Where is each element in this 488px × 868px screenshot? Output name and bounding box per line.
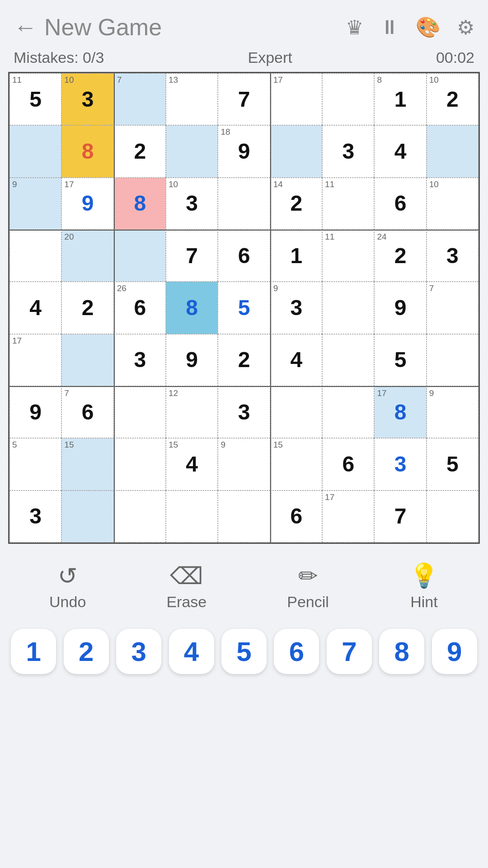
cell-r1c5[interactable]: 7 bbox=[218, 73, 270, 125]
cell-r4c8[interactable]: 242 bbox=[374, 230, 426, 282]
cell-r4c9[interactable]: 3 bbox=[427, 230, 479, 282]
cell-r6c2[interactable] bbox=[61, 334, 113, 386]
palette-icon[interactable]: 🎨 bbox=[416, 15, 441, 39]
num-btn-8[interactable]: 8 bbox=[379, 629, 424, 674]
cell-r2c8[interactable]: 4 bbox=[374, 125, 426, 177]
cell-r5c2[interactable]: 2 bbox=[61, 282, 113, 334]
cell-r8c7[interactable]: 6 bbox=[322, 438, 374, 490]
cell-r8c9[interactable]: 5 bbox=[427, 438, 479, 490]
cell-r4c5[interactable]: 6 bbox=[218, 230, 270, 282]
cell-r9c4[interactable] bbox=[166, 491, 218, 542]
cell-r4c2[interactable]: 20 bbox=[61, 230, 113, 282]
cell-r9c8[interactable]: 7 bbox=[374, 491, 426, 542]
cell-r6c6[interactable]: 4 bbox=[270, 334, 322, 386]
cell-r8c8[interactable]: 3 bbox=[374, 438, 426, 490]
num-btn-3[interactable]: 3 bbox=[116, 629, 161, 674]
num-btn-2[interactable]: 2 bbox=[64, 629, 109, 674]
cell-r7c8[interactable]: 178 bbox=[374, 386, 426, 438]
cell-r1c8[interactable]: 81 bbox=[374, 73, 426, 125]
cell-r2c6[interactable] bbox=[270, 125, 322, 177]
cell-r6c4[interactable]: 9 bbox=[166, 334, 218, 386]
cell-r6c8[interactable]: 5 bbox=[374, 334, 426, 386]
mistakes-label: Mistakes: 0/3 bbox=[14, 49, 104, 66]
cell-r4c4[interactable]: 7 bbox=[166, 230, 218, 282]
cell-r7c9[interactable]: 9 bbox=[427, 386, 479, 438]
num-btn-7[interactable]: 7 bbox=[327, 629, 372, 674]
num-btn-5[interactable]: 5 bbox=[221, 629, 267, 674]
pause-icon[interactable]: ⏸ bbox=[380, 16, 399, 38]
cell-r5c5[interactable]: 5 bbox=[218, 282, 270, 334]
cell-r2c4[interactable] bbox=[166, 125, 218, 177]
crown-icon[interactable]: ♛ bbox=[346, 16, 363, 39]
cell-r7c3[interactable] bbox=[114, 386, 166, 438]
cell-r1c1[interactable]: 115 bbox=[9, 73, 61, 125]
cell-r5c7[interactable] bbox=[322, 282, 374, 334]
cell-r9c6[interactable]: 6 bbox=[270, 491, 322, 542]
cell-r9c3[interactable] bbox=[114, 491, 166, 542]
cell-r2c5[interactable]: 189 bbox=[218, 125, 270, 177]
cell-r5c1[interactable]: 4 bbox=[9, 282, 61, 334]
cell-r1c4[interactable]: 13 bbox=[166, 73, 218, 125]
cell-r3c8[interactable]: 6 bbox=[374, 178, 426, 230]
cell-r4c7[interactable]: 11 bbox=[322, 230, 374, 282]
cell-r1c9[interactable]: 102 bbox=[427, 73, 479, 125]
cell-r5c3[interactable]: 266 bbox=[114, 282, 166, 334]
back-button[interactable]: ← bbox=[14, 14, 37, 41]
cell-r7c1[interactable]: 9 bbox=[9, 386, 61, 438]
cell-r8c6[interactable]: 15 bbox=[270, 438, 322, 490]
cell-r8c4[interactable]: 154 bbox=[166, 438, 218, 490]
cell-r2c9[interactable] bbox=[427, 125, 479, 177]
cell-r8c3[interactable] bbox=[114, 438, 166, 490]
cell-r9c9[interactable] bbox=[427, 491, 479, 542]
cell-r9c2[interactable] bbox=[61, 491, 113, 542]
cell-r8c1[interactable]: 5 bbox=[9, 438, 61, 490]
cell-r2c2[interactable]: 8 bbox=[61, 125, 113, 177]
cell-r5c4[interactable]: 8 bbox=[166, 282, 218, 334]
cell-r8c5[interactable]: 9 bbox=[218, 438, 270, 490]
pencil-button[interactable]: ✏ Pencil bbox=[287, 562, 329, 611]
cell-r3c7[interactable]: 11 bbox=[322, 178, 374, 230]
cell-r6c5[interactable]: 2 bbox=[218, 334, 270, 386]
cell-r5c6[interactable]: 93 bbox=[270, 282, 322, 334]
cell-r5c9[interactable]: 7 bbox=[427, 282, 479, 334]
settings-icon[interactable]: ⚙ bbox=[457, 16, 474, 39]
hint-button[interactable]: 💡 Hint bbox=[409, 562, 439, 611]
num-btn-4[interactable]: 4 bbox=[169, 629, 214, 674]
cell-r2c7[interactable]: 3 bbox=[322, 125, 374, 177]
cell-r9c5[interactable] bbox=[218, 491, 270, 542]
erase-button[interactable]: ⌫ Erase bbox=[166, 562, 206, 611]
cell-r4c1[interactable] bbox=[9, 230, 61, 282]
cell-r9c1[interactable]: 3 bbox=[9, 491, 61, 542]
num-btn-1[interactable]: 1 bbox=[11, 629, 56, 674]
cell-r2c1[interactable] bbox=[9, 125, 61, 177]
cell-r1c6[interactable]: 17 bbox=[270, 73, 322, 125]
cell-r4c3[interactable] bbox=[114, 230, 166, 282]
num-btn-9[interactable]: 9 bbox=[432, 629, 477, 674]
cell-r6c7[interactable] bbox=[322, 334, 374, 386]
cell-r6c9[interactable] bbox=[427, 334, 479, 386]
cell-r1c2[interactable]: 103 bbox=[61, 73, 113, 125]
cell-r2c3[interactable]: 2 bbox=[114, 125, 166, 177]
cell-r6c1[interactable]: 17 bbox=[9, 334, 61, 386]
cell-r3c5[interactable] bbox=[218, 178, 270, 230]
cell-r7c5[interactable]: 3 bbox=[218, 386, 270, 438]
cell-r1c7[interactable] bbox=[322, 73, 374, 125]
cell-r3c9[interactable]: 10 bbox=[427, 178, 479, 230]
undo-button[interactable]: ↺ Undo bbox=[49, 562, 86, 611]
cell-r7c7[interactable] bbox=[322, 386, 374, 438]
cell-r9c7[interactable]: 17 bbox=[322, 491, 374, 542]
cell-r4c6[interactable]: 1 bbox=[270, 230, 322, 282]
cell-r1c3[interactable]: 7 bbox=[114, 73, 166, 125]
cell-r3c1[interactable]: 9 bbox=[9, 178, 61, 230]
cell-r5c8[interactable]: 9 bbox=[374, 282, 426, 334]
cell-r6c3[interactable]: 3 bbox=[114, 334, 166, 386]
cell-r8c2[interactable]: 15 bbox=[61, 438, 113, 490]
cell-r7c2[interactable]: 76 bbox=[61, 386, 113, 438]
num-btn-6[interactable]: 6 bbox=[274, 629, 319, 674]
cell-r7c6[interactable] bbox=[270, 386, 322, 438]
cell-r3c3[interactable]: 8 bbox=[114, 178, 166, 230]
cell-r3c6[interactable]: 142 bbox=[270, 178, 322, 230]
cell-r3c2[interactable]: 179 bbox=[61, 178, 113, 230]
cell-r3c4[interactable]: 103 bbox=[166, 178, 218, 230]
cell-r7c4[interactable]: 12 bbox=[166, 386, 218, 438]
